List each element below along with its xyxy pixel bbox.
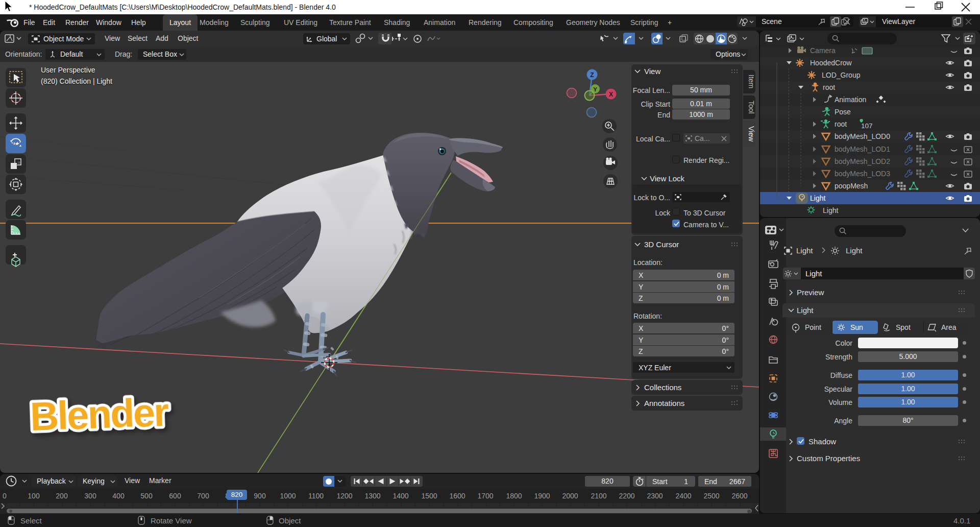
svg-text:bodyMesh_LOD1: bodyMesh_LOD1 (835, 145, 890, 153)
svg-text:107: 107 (861, 122, 873, 130)
svg-text:Spot: Spot (896, 323, 911, 331)
svg-text:HoodedCrow: HoodedCrow (810, 59, 852, 67)
svg-text:Camera: Camera (810, 46, 836, 55)
svg-text:Point: Point (805, 323, 821, 331)
svg-text:Z: Z (590, 71, 594, 79)
svg-text:root: root (823, 83, 835, 91)
svg-text:LOD_Group: LOD_Group (822, 71, 861, 79)
svg-text:bodyMesh_LOD2: bodyMesh_LOD2 (835, 157, 890, 165)
svg-text:Sun: Sun (850, 323, 863, 331)
svg-text:Light: Light (810, 194, 825, 202)
svg-text:Light: Light (823, 206, 838, 214)
svg-text:Y: Y (593, 86, 597, 92)
svg-text:Blender: Blender (30, 390, 170, 439)
svg-text:poopMesh: poopMesh (835, 182, 868, 190)
svg-text:Animation: Animation (835, 95, 866, 104)
svg-text:bodyMesh_LOD0: bodyMesh_LOD0 (835, 132, 890, 140)
svg-text:bodyMesh_LOD3: bodyMesh_LOD3 (835, 170, 890, 178)
svg-text:X: X (609, 91, 613, 98)
svg-text:Pose: Pose (835, 108, 851, 116)
svg-text:root: root (835, 120, 847, 128)
svg-text:Area: Area (941, 323, 957, 331)
